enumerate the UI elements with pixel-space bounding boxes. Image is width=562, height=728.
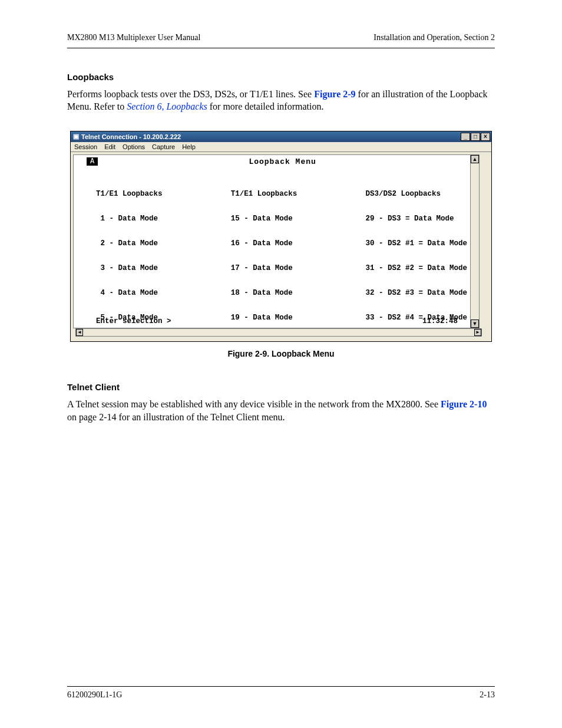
terminal-clock: 11:32:48 [422,317,458,325]
app-icon: ▣ [73,133,79,140]
menu-options[interactable]: Options [123,143,145,150]
figure-ref-2-10[interactable]: Figure 2-10 [441,399,487,409]
scroll-down-icon[interactable]: ▼ [471,319,479,328]
header-left: MX2800 M13 Multiplexer User Manual [67,33,200,43]
col1-item[interactable]: 4 - Data Mode [96,289,190,297]
col1-item[interactable]: 1 - Data Mode [96,215,190,223]
menu-capture[interactable]: Capture [152,143,175,150]
minimize-button[interactable]: _ [461,133,470,141]
text: Performs loopback tests over the DS3, DS… [67,89,314,99]
menu-help[interactable]: Help [182,143,196,150]
footer-rule [67,686,495,687]
vertical-scrollbar[interactable]: ▲ ▼ [470,155,479,328]
col3-item[interactable]: 30 - DS2 #1 = Data Mode [365,239,467,248]
col3-item[interactable]: 32 - DS2 #3 = Data Mode [365,289,467,297]
col2-item[interactable]: 17 - Data Mode [231,264,325,272]
section-ref-6-loopbacks[interactable]: Section 6, Loopbacks [127,101,207,111]
footer-left: 61200290L1-1G [67,690,122,700]
terminal-wrapper: A Loopback Menu T1/E1 Loopbacks 1 - Data… [71,152,491,341]
scroll-right-icon[interactable]: ► [474,329,481,336]
section-heading-telnet-client: Telnet Client [67,382,495,392]
col3-item[interactable]: 29 - DS3 = Data Mode [365,215,467,223]
text: on page 2-14 for an illustration of the … [67,412,285,422]
col2-heading: T1/E1 Loopbacks [231,190,325,198]
col2-item[interactable]: 15 - Data Mode [231,215,325,223]
window-title: Telnet Connection - 10.200.2.222 [81,133,181,140]
column-t1e1-b: T1/E1 Loopbacks 15 - Data Mode 16 - Data… [231,173,325,328]
page-header: MX2800 M13 Multiplexer User Manual Insta… [67,33,495,43]
menu-edit[interactable]: Edit [104,143,115,150]
loopbacks-paragraph: Performs loopback tests over the DS3, DS… [67,88,495,113]
footer-right: 2-13 [480,690,495,700]
scroll-left-icon[interactable]: ◄ [76,329,83,336]
horizontal-scrollbar[interactable]: ◄ ► [75,328,482,337]
telnet-window: ▣ Telnet Connection - 10.200.2.222 _ □ ×… [70,131,492,342]
col3-heading: DS3/DS2 Loopbacks [365,190,467,198]
terminal-title: Loopback Menu [98,157,467,166]
col2-item[interactable]: 18 - Data Mode [231,289,325,297]
col1-item[interactable]: 3 - Data Mode [96,264,190,272]
figure-caption: Figure 2-9. Loopback Menu [67,349,495,358]
menu-session[interactable]: Session [74,143,97,150]
terminal-badge: A [87,157,98,166]
scroll-up-icon[interactable]: ▲ [471,155,479,163]
col3-item[interactable]: 31 - DS2 #2 = Data Mode [365,264,467,272]
text: for more detailed information. [207,101,324,111]
section-heading-loopbacks: Loopbacks [67,72,495,82]
figure-ref-2-9[interactable]: Figure 2-9 [314,89,355,99]
col1-item[interactable]: 2 - Data Mode [96,239,190,248]
text: A Telnet session may be established with… [67,399,441,409]
column-ds3ds2: DS3/DS2 Loopbacks 29 - DS3 = Data Mode 3… [365,173,467,328]
telnet-client-paragraph: A Telnet session may be established with… [67,398,495,423]
close-button[interactable]: × [481,133,490,141]
col1-heading: T1/E1 Loopbacks [96,190,190,198]
terminal-columns: T1/E1 Loopbacks 1 - Data Mode 2 - Data M… [74,169,471,328]
header-rule [67,48,495,48]
header-right: Installation and Operation, Section 2 [373,33,495,43]
terminal-prompt[interactable]: Enter selection > [96,317,171,325]
column-t1e1-a: T1/E1 Loopbacks 1 - Data Mode 2 - Data M… [96,173,190,328]
maximize-button[interactable]: □ [471,133,480,141]
terminal: A Loopback Menu T1/E1 Loopbacks 1 - Data… [73,154,480,328]
window-titlebar: ▣ Telnet Connection - 10.200.2.222 _ □ × [71,131,491,142]
col2-item[interactable]: 16 - Data Mode [231,239,325,248]
window-menubar: Session Edit Options Capture Help [71,142,491,152]
page-footer: 61200290L1-1G 2-13 [67,686,495,700]
